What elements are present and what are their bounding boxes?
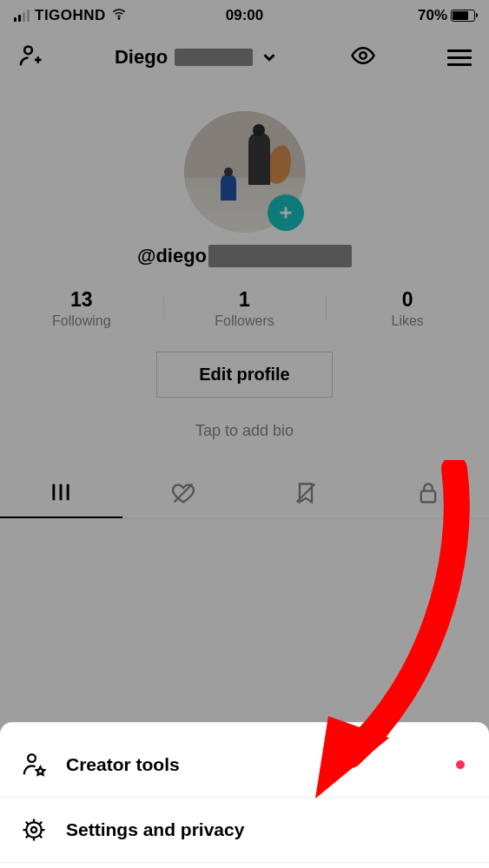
gear-icon bbox=[21, 817, 47, 843]
app-root: TIGOHND 09:00 70% Diego bbox=[0, 0, 489, 868]
bottom-sheet: Creator tools Settings and privacy bbox=[0, 722, 489, 868]
svg-point-6 bbox=[26, 822, 42, 838]
person-star-icon bbox=[21, 752, 47, 778]
sheet-item-label: Creator tools bbox=[66, 754, 180, 775]
sheet-item-settings-privacy[interactable]: Settings and privacy bbox=[0, 798, 489, 863]
svg-point-7 bbox=[31, 827, 36, 832]
notification-dot bbox=[456, 760, 465, 769]
svg-point-5 bbox=[28, 754, 36, 762]
sheet-item-label: Settings and privacy bbox=[66, 819, 244, 840]
sheet-item-creator-tools[interactable]: Creator tools bbox=[0, 733, 489, 798]
